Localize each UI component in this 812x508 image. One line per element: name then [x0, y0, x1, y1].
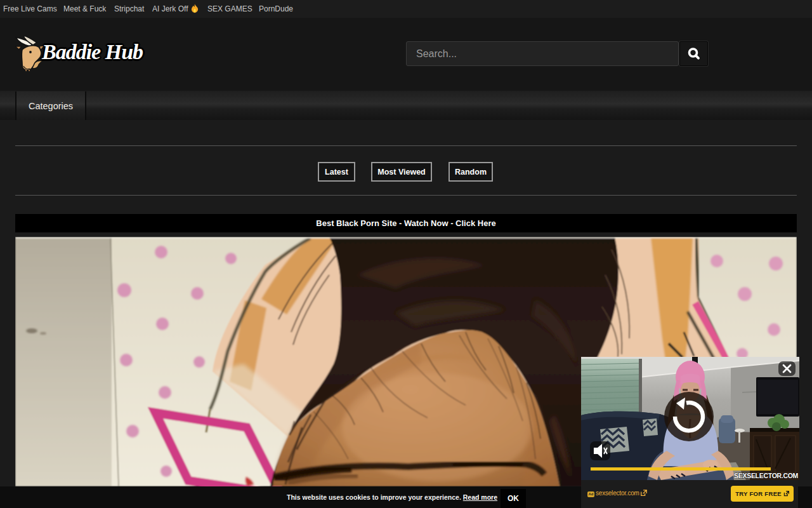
svg-text:SEXSELECTOR.COM: SEXSELECTOR.COM	[734, 472, 798, 479]
